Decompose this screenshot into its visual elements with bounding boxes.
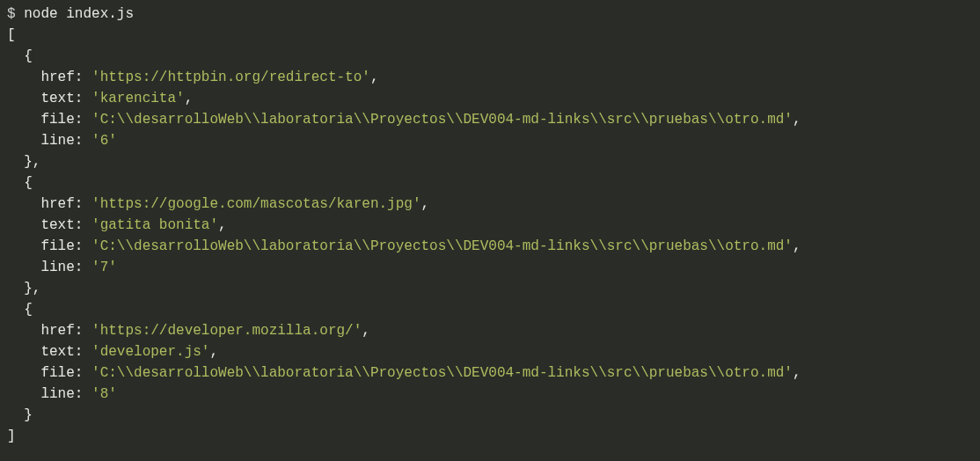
prompt-symbol: $ bbox=[7, 6, 16, 22]
key-file: file: bbox=[40, 365, 83, 381]
value-text-1: 'gatita bonita' bbox=[91, 217, 218, 233]
array-open: [ bbox=[7, 27, 16, 43]
command-text: node index.js bbox=[24, 6, 134, 22]
comma: , bbox=[370, 70, 379, 85]
terminal-output: $ node index.js[ { href: 'https://httpbi… bbox=[7, 4, 973, 447]
key-file: file: bbox=[40, 112, 83, 128]
key-line: line: bbox=[40, 133, 83, 149]
key-href: href: bbox=[40, 323, 83, 339]
value-line-1: '7' bbox=[91, 260, 117, 275]
comma: , bbox=[793, 238, 801, 254]
comma: , bbox=[793, 112, 801, 128]
object-close: }, bbox=[24, 281, 40, 296]
value-text-0: 'karencita' bbox=[91, 91, 185, 106]
key-text: text: bbox=[40, 91, 83, 106]
value-file-1: 'C:\\desarrolloWeb\\laboratoria\\Proyect… bbox=[91, 238, 793, 254]
value-line-0: '6' bbox=[91, 133, 117, 149]
object-open: { bbox=[24, 48, 33, 64]
value-file-2: 'C:\\desarrolloWeb\\laboratoria\\Proyect… bbox=[91, 365, 793, 381]
object-close: } bbox=[24, 407, 33, 423]
value-file-0: 'C:\\desarrolloWeb\\laboratoria\\Proyect… bbox=[91, 112, 793, 128]
key-file: file: bbox=[40, 238, 83, 254]
key-line: line: bbox=[40, 260, 83, 275]
comma: , bbox=[362, 323, 370, 339]
value-href-2: 'https://developer.mozilla.org/' bbox=[91, 323, 362, 339]
array-close: ] bbox=[7, 428, 16, 444]
value-href-0: 'https://httpbin.org/redirect-to' bbox=[91, 70, 370, 85]
key-text: text: bbox=[40, 344, 83, 360]
key-href: href: bbox=[40, 196, 83, 212]
comma: , bbox=[209, 344, 218, 360]
key-line: line: bbox=[40, 386, 83, 402]
comma: , bbox=[218, 217, 227, 233]
comma: , bbox=[793, 365, 801, 381]
value-href-1: 'https://google.com/mascotas/karen.jpg' bbox=[91, 196, 421, 212]
comma: , bbox=[185, 91, 194, 106]
object-close: }, bbox=[24, 154, 40, 170]
key-href: href: bbox=[40, 70, 83, 85]
object-open: { bbox=[24, 302, 33, 318]
value-text-2: 'developer.js' bbox=[91, 344, 209, 360]
key-text: text: bbox=[40, 217, 83, 233]
value-line-2: '8' bbox=[91, 386, 117, 402]
object-open: { bbox=[24, 175, 33, 191]
comma: , bbox=[421, 196, 430, 212]
